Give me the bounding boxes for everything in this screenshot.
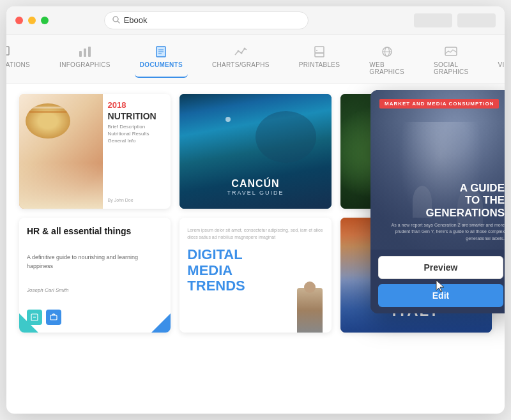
svg-rect-16 [315,53,324,57]
svg-point-14 [243,48,245,50]
svg-line-1 [118,21,119,23]
browser-titlebar [6,6,505,34]
documents-label: DOCUMENTS [140,61,183,68]
documents-icon [152,45,170,59]
nav-item-presentations[interactable]: PRESENTATIONS [6,42,35,78]
popup-description: As a new report says Generation Z are sm… [377,222,505,243]
content-grid: 2018 NUTRITION Brief Description Nutriti… [6,84,505,414]
traffic-light-red[interactable] [15,17,23,24]
preview-button[interactable]: Preview [378,256,503,279]
popup-card: MARKET AND MEDIA CONSUMPTION A GUIDE TO … [370,90,505,313]
cancun-subtitle: TRAVEL GUIDE [227,190,284,196]
svg-rect-2 [6,47,9,55]
card-cancun[interactable]: CANCÚN TRAVEL GUIDE [179,94,331,209]
nav-item-video-gifs[interactable]: VIDEO/GIFS [493,42,505,78]
digital-person-head [304,281,316,293]
search-icon [112,15,120,26]
nav-item-charts[interactable]: CHARTS/GRAPHS [207,42,275,78]
svg-rect-6 [84,49,86,57]
social-graphics-icon [442,45,460,59]
nutrition-image [19,94,103,209]
web-graphics-icon [378,45,396,59]
nav-item-documents[interactable]: DOCUMENTS [135,42,188,78]
nutrition-title: NUTRITION [108,111,166,122]
nav-item-printables[interactable]: PRINTABLES [294,42,346,78]
cancun-text-block: CANCÚN TRAVEL GUIDE [227,178,284,196]
popup-image-area: MARKET AND MEDIA CONSUMPTION A GUIDE TO … [370,90,505,250]
nutrition-author: By John Doe [108,198,166,202]
nutrition-text-block: 2018 NUTRITION Brief Description Nutriti… [103,94,171,209]
card-hr[interactable]: HR & all essential things A definitive g… [19,218,171,333]
printables-label: PRINTABLES [299,61,340,68]
hr-decoration [19,313,38,333]
digital-person-figure [297,288,323,333]
charts-icon [232,45,250,59]
traffic-light-yellow[interactable] [28,17,36,24]
toolbar-right [414,13,496,27]
toolbar-btn-2[interactable] [457,13,496,27]
url-search-bar[interactable] [104,11,309,29]
traffic-light-green[interactable] [41,17,49,24]
digital-title: DIGITAL MEDIA TRENDS [187,247,323,294]
svg-rect-15 [315,47,324,53]
search-input[interactable] [124,15,300,25]
cancun-title: CANCÚN [227,178,284,190]
nav-item-social-graphics[interactable]: SOCIAL GRAPHICS [429,42,474,78]
presentations-icon [6,45,11,59]
nutrition-year: 2018 [108,100,166,110]
nav-item-infographics[interactable]: INFOGRAPHICS [54,42,116,78]
hr-subtitle: A definitive guide to nourishing and lea… [27,253,163,271]
hr-decoration-2 [151,313,171,333]
svg-rect-25 [50,315,57,320]
popup-main-title: A GUIDE TO THE GENERATIONS [377,182,505,220]
hr-title: HR & all essential things [27,225,163,237]
svg-rect-5 [79,51,82,57]
web-graphics-label: WEB GRAPHICS [369,61,404,75]
social-graphics-label: SOCIAL GRAPHICS [434,61,469,75]
card-digital-media[interactable]: Lorem ipsum dolor sit amet, consectetur … [179,218,331,333]
hr-icon-2 [46,310,61,325]
toolbar-btn-1[interactable] [414,13,452,27]
charts-label: CHARTS/GRAPHS [212,61,270,68]
hr-author: Joseph Carl Smith [27,287,163,293]
digital-lorem-text: Lorem ipsum dolor sit amet, consectetur … [187,227,323,241]
card-nutrition[interactable]: 2018 NUTRITION Brief Description Nutriti… [19,94,171,209]
popup-category-tag: MARKET AND MEDIA CONSUMPTION [379,99,499,109]
infographics-icon [76,45,94,59]
svg-rect-7 [88,47,91,57]
svg-point-13 [240,52,242,54]
popup-actions: Preview Edit [370,250,505,313]
hr-icons [27,310,163,325]
edit-button[interactable]: Edit [378,284,503,307]
presentations-label: PRESENTATIONS [6,61,30,68]
popup-title-block: A GUIDE TO THE GENERATIONS As a new repo… [377,182,505,242]
nav-item-web-graphics[interactable]: WEB GRAPHICS [364,42,409,78]
svg-point-12 [237,50,239,52]
video-gifs-label: VIDEO/GIFS [498,61,505,68]
browser-window: PRESENTATIONS INFOGRAPHICS [6,6,505,414]
printables-icon [310,45,328,59]
category-nav: PRESENTATIONS INFOGRAPHICS [6,34,505,84]
nutrition-subtitle: Brief Description Nutritional Results Ge… [108,123,166,145]
infographics-label: INFOGRAPHICS [59,61,111,68]
